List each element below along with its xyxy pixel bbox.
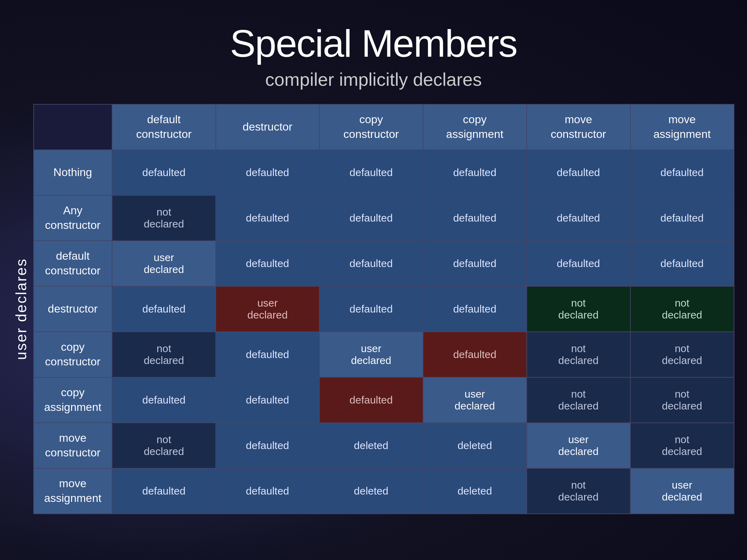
subtitle: compiler implicitly declares	[265, 69, 482, 90]
cell-r1-c4: defaulted	[527, 195, 630, 241]
table-row: destructordefaulteduserdeclareddefaulted…	[34, 286, 734, 332]
cell-r0-c1: defaulted	[216, 150, 319, 195]
cell-r2-c1: defaulted	[216, 241, 319, 286]
cell-r6-c4: userdeclared	[527, 423, 630, 468]
table-row: Nothingdefaulteddefaulteddefaulteddefaul…	[34, 150, 734, 195]
cell-r7-c5: userdeclared	[630, 468, 734, 514]
header-default-ctor: defaultconstructor	[112, 104, 216, 150]
header-move-assign: moveassignment	[630, 104, 734, 150]
cell-r0-c3: defaulted	[423, 150, 527, 195]
cell-r6-c0: notdeclared	[112, 423, 216, 468]
cell-r7-c2: deleted	[319, 468, 423, 514]
cell-r1-c2: defaulted	[319, 195, 423, 241]
special-members-table: defaultconstructordestructorcopyconstruc…	[33, 104, 734, 514]
cell-r4-c3: defaulted	[423, 332, 527, 377]
cell-r1-c1: defaulted	[216, 195, 319, 241]
cell-r1-c5: defaulted	[630, 195, 734, 241]
table-row: defaultconstructoruserdeclareddefaultedd…	[34, 241, 734, 286]
cell-r2-c0: userdeclared	[112, 241, 216, 286]
cell-r4-c0: notdeclared	[112, 332, 216, 377]
cell-r3-c2: defaulted	[319, 286, 423, 332]
row-header-7: moveassignment	[34, 468, 112, 514]
table-wrapper: defaultconstructordestructorcopyconstruc…	[33, 104, 734, 514]
cell-r0-c4: defaulted	[527, 150, 630, 195]
row-header-4: copyconstructor	[34, 332, 112, 377]
table-row: Anyconstructornotdeclareddefaulteddefaul…	[34, 195, 734, 241]
row-header-2: defaultconstructor	[34, 241, 112, 286]
header-destructor: destructor	[216, 104, 319, 150]
cell-r0-c0: defaulted	[112, 150, 216, 195]
cell-r7-c4: notdeclared	[527, 468, 630, 514]
cell-r6-c5: notdeclared	[630, 423, 734, 468]
cell-r5-c3: userdeclared	[423, 377, 527, 423]
cell-r3-c1: userdeclared	[216, 286, 319, 332]
cell-r4-c2: userdeclared	[319, 332, 423, 377]
cell-r5-c0: defaulted	[112, 377, 216, 423]
cell-r5-c4: notdeclared	[527, 377, 630, 423]
cell-r3-c5: notdeclared	[630, 286, 734, 332]
cell-r2-c4: defaulted	[527, 241, 630, 286]
cell-r2-c3: defaulted	[423, 241, 527, 286]
table-row: moveconstructornotdeclareddefaulteddelet…	[34, 423, 734, 468]
cell-r5-c2: defaulted	[319, 377, 423, 423]
header-move-ctor: moveconstructor	[527, 104, 630, 150]
side-label: user declares	[13, 258, 30, 360]
cell-r5-c1: defaulted	[216, 377, 319, 423]
cell-r4-c1: defaulted	[216, 332, 319, 377]
table-row: copyassignmentdefaulteddefaulteddefaulte…	[34, 377, 734, 423]
row-header-1: Anyconstructor	[34, 195, 112, 241]
cell-r7-c3: deleted	[423, 468, 527, 514]
cell-r6-c1: defaulted	[216, 423, 319, 468]
cell-r1-c0: notdeclared	[112, 195, 216, 241]
cell-r3-c3: defaulted	[423, 286, 527, 332]
cell-r4-c5: notdeclared	[630, 332, 734, 377]
row-header-0: Nothing	[34, 150, 112, 195]
cell-r3-c4: notdeclared	[527, 286, 630, 332]
cell-r6-c2: deleted	[319, 423, 423, 468]
cell-r1-c3: defaulted	[423, 195, 527, 241]
row-header-5: copyassignment	[34, 377, 112, 423]
cell-r0-c5: defaulted	[630, 150, 734, 195]
cell-r5-c5: notdeclared	[630, 377, 734, 423]
header-copy-ctor: copyconstructor	[319, 104, 423, 150]
cell-r4-c4: notdeclared	[527, 332, 630, 377]
table-row: moveassignmentdefaulteddefaulteddeletedd…	[34, 468, 734, 514]
table-row: copyconstructornotdeclareddefaulteduserd…	[34, 332, 734, 377]
cell-r3-c0: defaulted	[112, 286, 216, 332]
main-content: user declares defaultconstructordestruct…	[13, 104, 734, 514]
row-header-3: destructor	[34, 286, 112, 332]
cell-r7-c0: defaulted	[112, 468, 216, 514]
header-copy-assign: copyassignment	[423, 104, 527, 150]
row-header-6: moveconstructor	[34, 423, 112, 468]
cell-r6-c3: deleted	[423, 423, 527, 468]
cell-r2-c5: defaulted	[630, 241, 734, 286]
cell-r2-c2: defaulted	[319, 241, 423, 286]
cell-r7-c1: defaulted	[216, 468, 319, 514]
page-title: Special Members	[230, 21, 517, 65]
header-empty	[34, 104, 112, 150]
cell-r0-c2: defaulted	[319, 150, 423, 195]
